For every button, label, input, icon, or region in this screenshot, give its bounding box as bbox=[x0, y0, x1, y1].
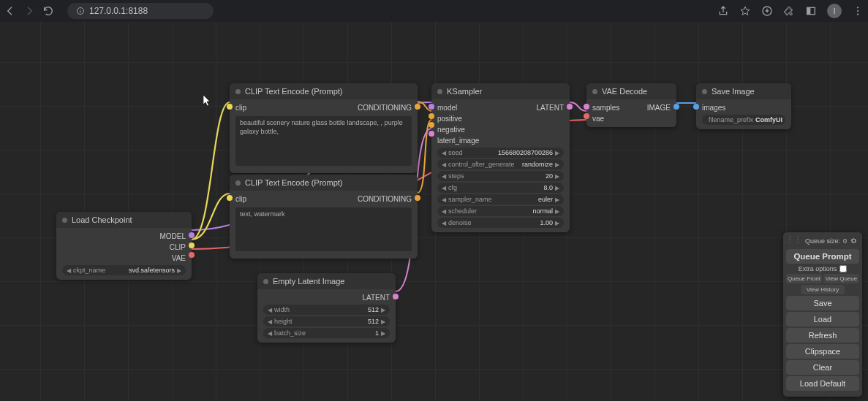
chevron-left-icon[interactable]: ◀ bbox=[442, 220, 446, 226]
collapse-dot-icon[interactable] bbox=[702, 89, 707, 94]
forward-button[interactable] bbox=[23, 5, 35, 17]
prompt-textarea[interactable]: beautiful scenery nature glass bottle la… bbox=[235, 116, 412, 166]
save-button[interactable]: Save bbox=[786, 296, 859, 310]
ckpt-name-widget[interactable]: ◀ ckpt_name svd.safetensors ▶ bbox=[62, 265, 186, 275]
prompt-textarea[interactable]: text, watermark bbox=[235, 207, 412, 251]
reload-button[interactable] bbox=[42, 5, 54, 17]
chevron-right-icon[interactable]: ▶ bbox=[555, 208, 559, 215]
chevron-right-icon[interactable]: ▶ bbox=[555, 161, 559, 168]
scheduler-widget[interactable]: ◀schedulernormal▶ bbox=[437, 206, 564, 216]
chevron-right-icon[interactable]: ▶ bbox=[381, 318, 385, 325]
port-latent-out[interactable] bbox=[567, 104, 573, 110]
chevron-left-icon[interactable]: ◀ bbox=[268, 330, 272, 337]
gear-icon[interactable] bbox=[850, 237, 858, 245]
denoise-widget[interactable]: ◀denoise1.00▶ bbox=[437, 218, 564, 228]
panel-icon[interactable] bbox=[805, 5, 817, 17]
menu-icon[interactable] bbox=[852, 5, 864, 17]
port-model-in[interactable] bbox=[429, 104, 434, 110]
chevron-right-icon[interactable]: ▶ bbox=[555, 220, 559, 226]
port-latent-out[interactable] bbox=[393, 294, 399, 299]
node-clip-text-encode-negative[interactable]: CLIP Text Encode (Prompt) clip CONDITION… bbox=[230, 175, 418, 259]
url-bar[interactable]: 127.0.0.1:8188 bbox=[67, 3, 214, 19]
extensions-icon[interactable] bbox=[783, 5, 795, 17]
port-conditioning-out[interactable] bbox=[415, 195, 420, 201]
clipspace-button[interactable]: Clipspace bbox=[786, 344, 859, 359]
view-history-button[interactable]: View History bbox=[801, 285, 845, 294]
port-latent-in[interactable] bbox=[429, 131, 434, 137]
collapse-dot-icon[interactable] bbox=[235, 180, 241, 186]
refresh-button[interactable]: Refresh bbox=[786, 328, 859, 343]
chevron-left-icon[interactable]: ◀ bbox=[442, 208, 446, 215]
node-save-image[interactable]: Save Image images filename_prefix ComfyU… bbox=[696, 83, 791, 129]
extra-options-checkbox[interactable] bbox=[839, 265, 847, 272]
node-ksampler[interactable]: KSampler modelLATENT positive negative l… bbox=[431, 83, 570, 232]
chevron-left-icon[interactable]: ◀ bbox=[442, 173, 446, 180]
seed-widget[interactable]: ◀seed156680208700286▶ bbox=[437, 148, 564, 158]
collapse-dot-icon[interactable] bbox=[592, 89, 597, 94]
load-default-button[interactable]: Load Default bbox=[786, 376, 859, 391]
avatar[interactable]: I bbox=[827, 4, 842, 18]
port-conditioning-out[interactable] bbox=[415, 104, 420, 110]
port-clip-out[interactable] bbox=[189, 242, 195, 248]
star-icon[interactable] bbox=[739, 5, 751, 17]
chevron-right-icon[interactable]: ▶ bbox=[555, 196, 559, 203]
port-samples-in[interactable] bbox=[584, 104, 589, 110]
chevron-left-icon[interactable]: ◀ bbox=[268, 318, 272, 325]
clear-button[interactable]: Clear bbox=[786, 360, 859, 375]
steps-widget[interactable]: ◀steps20▶ bbox=[437, 171, 564, 181]
port-image-out[interactable] bbox=[673, 104, 679, 110]
chevron-left-icon[interactable]: ◀ bbox=[442, 161, 446, 168]
download-icon[interactable] bbox=[761, 5, 773, 17]
chevron-right-icon[interactable]: ▶ bbox=[555, 185, 559, 191]
cfg-widget[interactable]: ◀cfg8.0▶ bbox=[437, 183, 564, 193]
view-queue-button[interactable]: View Queue bbox=[823, 274, 859, 283]
chevron-left-icon[interactable]: ◀ bbox=[442, 196, 446, 203]
collapse-dot-icon[interactable] bbox=[62, 218, 67, 223]
port-clip-in[interactable] bbox=[227, 195, 233, 201]
port-images-in[interactable] bbox=[693, 104, 699, 110]
node-header[interactable]: KSampler bbox=[431, 83, 570, 99]
collapse-dot-icon[interactable] bbox=[235, 89, 241, 94]
node-header[interactable]: VAE Decode bbox=[586, 83, 676, 99]
chevron-right-icon[interactable]: ▶ bbox=[381, 307, 385, 313]
chevron-left-icon[interactable]: ◀ bbox=[442, 150, 446, 156]
chevron-left-icon[interactable]: ◀ bbox=[268, 307, 272, 313]
port-model-out[interactable] bbox=[189, 232, 195, 238]
node-vae-decode[interactable]: VAE Decode samples IMAGE vae bbox=[586, 83, 676, 127]
collapse-dot-icon[interactable] bbox=[437, 89, 442, 94]
drag-handle-icon[interactable]: ⋮⋮ bbox=[786, 235, 802, 243]
node-load-checkpoint[interactable]: Load Checkpoint MODEL CLIP VAE ◀ ckpt_na… bbox=[56, 212, 192, 280]
chevron-right-icon[interactable]: ▶ bbox=[555, 150, 559, 156]
queue-prompt-button[interactable]: Queue Prompt bbox=[786, 249, 859, 264]
queue-front-button[interactable]: Queue Front bbox=[786, 274, 822, 283]
chevron-right-icon[interactable]: ▶ bbox=[381, 330, 385, 337]
node-header[interactable]: Empty Latent Image bbox=[257, 273, 396, 289]
height-widget[interactable]: ◀height512▶ bbox=[263, 316, 390, 326]
share-icon[interactable] bbox=[717, 5, 729, 17]
back-button[interactable] bbox=[4, 5, 16, 17]
port-negative-in[interactable] bbox=[429, 122, 434, 128]
width-widget[interactable]: ◀width512▶ bbox=[263, 305, 390, 315]
node-header[interactable]: Save Image bbox=[696, 83, 791, 99]
chevron-left-icon[interactable]: ◀ bbox=[442, 185, 446, 191]
chevron-right-icon[interactable]: ▶ bbox=[177, 267, 181, 274]
node-clip-text-encode-positive[interactable]: CLIP Text Encode (Prompt) clip CONDITION… bbox=[230, 83, 418, 173]
port-clip-in[interactable] bbox=[227, 104, 233, 110]
control-after-generate-widget[interactable]: ◀control_after_generaterandomize▶ bbox=[437, 159, 564, 169]
batch-size-widget[interactable]: ◀batch_size1▶ bbox=[263, 328, 390, 338]
collapse-dot-icon[interactable] bbox=[263, 279, 268, 284]
port-positive-in[interactable] bbox=[429, 113, 434, 119]
node-header[interactable]: Load Checkpoint bbox=[56, 212, 192, 228]
node-header[interactable]: CLIP Text Encode (Prompt) bbox=[230, 83, 418, 99]
load-button[interactable]: Load bbox=[786, 312, 859, 326]
chevron-right-icon[interactable]: ▶ bbox=[555, 173, 559, 180]
chevron-left-icon[interactable]: ◀ bbox=[67, 267, 71, 274]
sampler-name-widget[interactable]: ◀sampler_nameeuler▶ bbox=[437, 194, 564, 205]
control-panel[interactable]: ⋮⋮ Queue size: 0 Queue Prompt Extra opti… bbox=[783, 232, 862, 397]
filename-prefix-widget[interactable]: filename_prefix ComfyUI bbox=[702, 115, 785, 125]
node-header[interactable]: CLIP Text Encode (Prompt) bbox=[230, 175, 418, 191]
port-vae-out[interactable] bbox=[189, 252, 195, 258]
node-canvas[interactable]: Load Checkpoint MODEL CLIP VAE ◀ ckpt_na… bbox=[0, 22, 868, 401]
node-empty-latent-image[interactable]: Empty Latent Image LATENT ◀width512▶ ◀he… bbox=[257, 273, 396, 343]
port-vae-in[interactable] bbox=[584, 113, 589, 119]
